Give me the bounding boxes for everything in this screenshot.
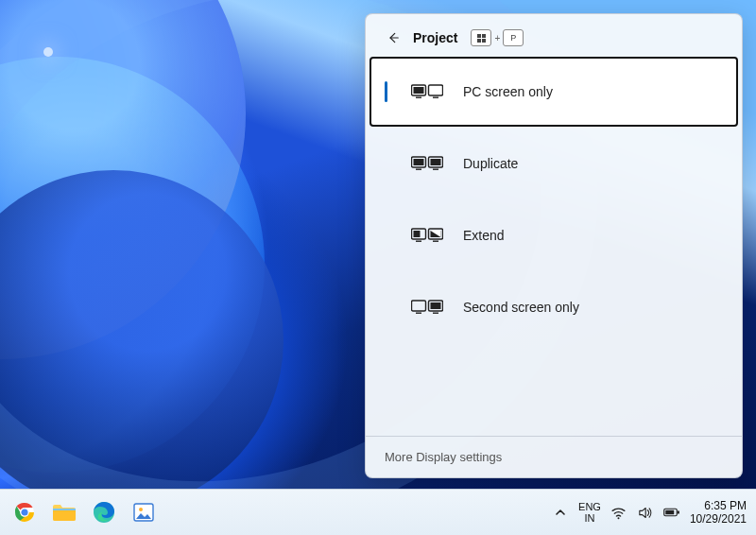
- svg-rect-9: [431, 159, 441, 165]
- option-label: Duplicate: [463, 156, 518, 171]
- svg-rect-16: [412, 301, 426, 311]
- second-screen-only-icon: [410, 298, 444, 317]
- clock-date: 10/29/2021: [690, 512, 747, 526]
- file-explorer-icon[interactable]: [51, 499, 77, 526]
- chevron-up-icon: [555, 507, 566, 518]
- svg-rect-12: [414, 231, 421, 237]
- battery-icon[interactable]: [663, 504, 680, 521]
- svg-rect-30: [678, 511, 679, 514]
- duplicate-icon: [410, 154, 444, 173]
- wallpaper-shape: [43, 47, 53, 57]
- language-top: ENG: [578, 501, 601, 512]
- svg-rect-7: [416, 169, 421, 170]
- svg-rect-17: [416, 313, 421, 314]
- svg-rect-1: [414, 87, 424, 94]
- svg-rect-13: [416, 241, 421, 242]
- svg-rect-6: [414, 159, 424, 165]
- option-pc-screen-only[interactable]: PC screen only: [369, 57, 738, 127]
- svg-point-27: [139, 508, 143, 511]
- option-extend[interactable]: Extend: [369, 200, 738, 270]
- extend-icon: [410, 226, 444, 245]
- svg-rect-15: [433, 241, 438, 242]
- pc-screen-only-icon: [410, 82, 444, 101]
- wifi-icon[interactable]: [610, 504, 627, 521]
- edge-icon[interactable]: [91, 499, 117, 526]
- svg-rect-2: [416, 97, 421, 98]
- language-indicator[interactable]: ENG IN: [578, 501, 601, 524]
- windows-key-icon: [471, 29, 491, 46]
- svg-rect-20: [433, 313, 438, 314]
- system-tray: ENG IN 6:35 PM 10/29/2021: [552, 499, 756, 526]
- svg-rect-3: [429, 85, 443, 95]
- more-display-settings-link[interactable]: More Display settings: [366, 436, 742, 477]
- language-bottom: IN: [578, 512, 601, 524]
- tray-overflow-button[interactable]: [552, 504, 569, 521]
- clock[interactable]: 6:35 PM 10/29/2021: [690, 499, 747, 526]
- svg-rect-4: [433, 97, 438, 98]
- svg-rect-19: [431, 302, 441, 309]
- arrow-left-icon: [387, 31, 400, 44]
- selection-indicator: [385, 81, 387, 102]
- project-flyout: Project + P PC screen only: [365, 13, 743, 478]
- flyout-title: Project: [413, 30, 457, 45]
- chrome-icon[interactable]: [11, 499, 38, 526]
- svg-point-28: [618, 517, 620, 519]
- clock-time: 6:35 PM: [690, 499, 747, 512]
- shortcut-hint: + P: [471, 29, 524, 46]
- back-button[interactable]: [383, 27, 404, 48]
- option-label: PC screen only: [463, 84, 553, 99]
- option-label: Second screen only: [463, 300, 579, 315]
- option-second-screen-only[interactable]: Second screen only: [369, 272, 738, 342]
- taskbar-apps: [0, 499, 157, 526]
- option-duplicate[interactable]: Duplicate: [369, 129, 738, 198]
- plus-icon: +: [494, 33, 500, 43]
- svg-rect-24: [53, 509, 76, 510]
- volume-icon[interactable]: [637, 504, 654, 521]
- flyout-header: Project + P: [366, 14, 742, 56]
- svg-rect-10: [433, 169, 438, 170]
- photos-icon[interactable]: [130, 499, 157, 526]
- svg-rect-31: [665, 510, 674, 515]
- taskbar: ENG IN 6:35 PM 10/29/2021: [0, 489, 756, 535]
- shortcut-key: P: [503, 29, 524, 46]
- option-label: Extend: [463, 228, 505, 243]
- project-options: PC screen only Duplicate: [366, 56, 742, 436]
